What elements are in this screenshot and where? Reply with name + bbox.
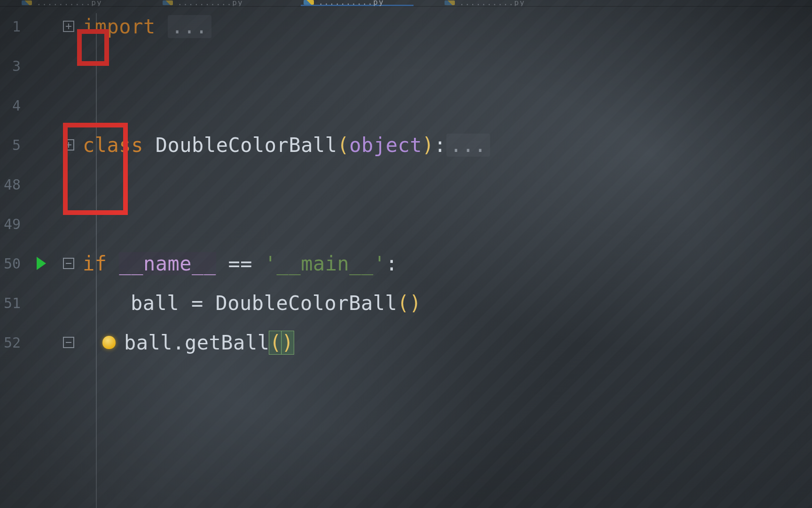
line-number: 5	[0, 137, 26, 153]
python-icon	[445, 0, 455, 5]
code-line[interactable]: 1 import ...	[0, 7, 812, 46]
tab-label: ..........py	[37, 0, 102, 5]
code-line[interactable]: 4	[0, 86, 812, 125]
line-number: 48	[0, 176, 26, 193]
code-line[interactable]: 49	[0, 204, 812, 244]
collapse-icon	[63, 337, 74, 348]
line-number: 1	[0, 18, 26, 35]
fold-toggle[interactable]	[55, 7, 83, 46]
tab-file-1[interactable]: ..........py	[160, 0, 273, 6]
python-icon	[304, 0, 314, 5]
gutter	[26, 204, 55, 244]
identifier-param: object	[349, 134, 422, 157]
python-icon	[163, 0, 173, 5]
run-gutter[interactable]	[26, 244, 55, 283]
expand-icon	[63, 139, 74, 151]
tab-file-3[interactable]: ..........py	[442, 0, 554, 6]
line-number: 4	[0, 97, 26, 114]
identifier-var: ball	[124, 331, 172, 354]
whitespace	[107, 252, 119, 275]
tab-label: ..........py	[460, 0, 525, 5]
tab-bar: ..........py ..........py ..........py .…	[0, 0, 812, 7]
identifier-class: DoubleColorBall	[156, 134, 337, 157]
keyword-import: import	[83, 15, 156, 38]
paren-open: (	[397, 292, 409, 315]
fold-toggle[interactable]	[55, 125, 83, 165]
collapse-icon	[63, 258, 74, 269]
code-line[interactable]: 3	[0, 46, 812, 86]
line-number: 50	[0, 255, 26, 272]
gutter	[26, 86, 55, 125]
fold-column	[55, 204, 83, 244]
operator-assign: =	[179, 292, 215, 315]
line-number: 49	[0, 216, 26, 232]
identifier-var: ball	[131, 292, 179, 315]
fold-ellipsis[interactable]: ...	[168, 15, 211, 38]
expand-icon	[63, 21, 74, 32]
fold-column	[55, 46, 83, 86]
tab-label: ..........py	[178, 0, 243, 5]
line-number: 52	[0, 334, 26, 351]
python-icon	[22, 0, 32, 5]
paren-close: )	[281, 331, 294, 354]
code-line[interactable]: 51 ball = DoubleColorBall()	[0, 283, 812, 323]
keyword-if: if	[83, 252, 107, 275]
gutter	[26, 125, 55, 165]
paren-close: )	[409, 292, 422, 315]
gutter	[26, 165, 55, 204]
gutter	[26, 323, 55, 362]
identifier-method: getBall	[185, 331, 270, 354]
gutter	[26, 7, 55, 46]
code-line[interactable]: 50 if __name__ == '__main__':	[0, 244, 812, 283]
dunder-name: __name__	[119, 252, 216, 275]
gutter	[26, 46, 55, 86]
code-line[interactable]: 48	[0, 165, 812, 204]
play-icon	[37, 257, 46, 270]
whitespace	[156, 15, 168, 38]
paren-open: (	[337, 134, 350, 157]
paren-open: (	[269, 331, 281, 354]
fold-column	[55, 165, 83, 204]
fold-column	[55, 283, 83, 323]
line-number: 3	[0, 58, 26, 74]
identifier-class: DoubleColorBall	[216, 292, 398, 315]
fold-column	[55, 86, 83, 125]
gutter	[26, 283, 55, 323]
fold-toggle[interactable]	[55, 323, 83, 362]
fold-toggle[interactable]	[55, 244, 83, 283]
tab-file-0[interactable]: ..........py	[19, 0, 132, 6]
tab-label: ..........py	[319, 0, 384, 5]
colon: :	[434, 134, 446, 157]
string-literal: '__main__'	[265, 252, 386, 275]
keyword-class: class	[83, 134, 143, 157]
lightbulb-icon[interactable]	[102, 336, 116, 349]
paren-close: )	[422, 134, 434, 157]
fold-ellipsis[interactable]: ...	[446, 134, 490, 157]
dot: .	[172, 331, 185, 354]
colon: :	[386, 252, 398, 275]
operator-eq: ==	[216, 252, 265, 275]
tab-file-2[interactable]: ..........py	[301, 0, 414, 6]
code-line[interactable]: 52 ball.getBall()	[0, 323, 812, 362]
whitespace	[143, 134, 156, 157]
code-editor[interactable]: 1 import ... 3 4 5 class DoubleColorBall…	[0, 7, 812, 508]
line-number: 51	[0, 295, 26, 311]
code-line[interactable]: 5 class DoubleColorBall(object):...	[0, 125, 812, 165]
